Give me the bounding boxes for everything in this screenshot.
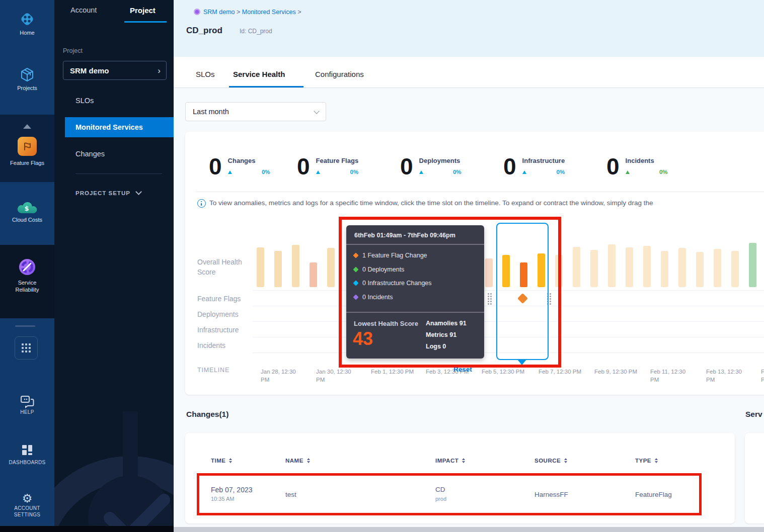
- stat-value: 0: [297, 154, 310, 179]
- project-setup-toggle[interactable]: PROJECT SETUP: [75, 190, 141, 196]
- stat-detail: Infrastructure0%: [522, 154, 565, 179]
- sidebar-item-cloud-costs[interactable]: $ Cloud Costs: [0, 199, 54, 223]
- time-range-value: Last month: [193, 108, 229, 116]
- nav-tab-project[interactable]: Project: [130, 6, 156, 15]
- health-score-bar[interactable]: [608, 244, 616, 287]
- stat-value: 0: [606, 154, 620, 179]
- sort-icon[interactable]: [307, 458, 310, 463]
- nav-item-monitored-services[interactable]: Monitored Services: [65, 117, 174, 137]
- sidebar-item-feature-flags[interactable]: Feature Flags: [0, 137, 54, 166]
- breadcrumb-separator: >: [237, 9, 242, 16]
- timeline-axis-label: Feb 13, 12:30PM: [706, 368, 742, 384]
- sidebar-item-home[interactable]: Home: [0, 9, 54, 36]
- breadcrumb-project-link[interactable]: SRM demo: [203, 9, 235, 16]
- health-score-bar[interactable]: [590, 250, 598, 287]
- project-selector[interactable]: SRM demo ›: [63, 61, 167, 80]
- nav-item-slos[interactable]: SLOs: [75, 97, 94, 105]
- stat-delta-value: 0%: [350, 169, 359, 175]
- info-icon: [197, 199, 206, 208]
- tab-service-health[interactable]: Service Health: [233, 70, 285, 78]
- stat-label: Changes: [228, 157, 270, 164]
- tab-slos[interactable]: SLOs: [196, 70, 215, 78]
- breadcrumb-separator: >: [297, 9, 301, 16]
- column-header-source[interactable]: SOURCE: [534, 458, 567, 464]
- annotation-box-timeline: [339, 217, 561, 368]
- apps-grid-button[interactable]: [15, 336, 38, 360]
- health-score-bar[interactable]: [310, 262, 317, 287]
- time-range-select[interactable]: Last month: [185, 102, 326, 121]
- scroll-up-icon[interactable]: [23, 124, 31, 129]
- timeline-axis-label: Feb 11, 12:30PM: [650, 368, 685, 384]
- stat-delta: 0%: [316, 169, 359, 175]
- sidebar-item-account-settings[interactable]: ⚙ ACCOUNT SETTINGS: [0, 492, 54, 518]
- health-score-bar[interactable]: [714, 249, 721, 287]
- sidebar-label-feature-flags: Feature Flags: [0, 159, 54, 166]
- dashboards-icon: [0, 444, 54, 457]
- column-header-type[interactable]: TYPE: [635, 458, 658, 464]
- health-score-bar[interactable]: [749, 243, 756, 287]
- nav-divider: [75, 173, 162, 174]
- health-score-bar[interactable]: [257, 247, 264, 287]
- sort-icon[interactable]: [462, 458, 465, 463]
- sidebar-label-service: Service: [0, 279, 54, 286]
- stat-label: Deployments: [419, 157, 462, 164]
- feature-flags-icon: [18, 137, 37, 156]
- column-header-time[interactable]: TIME: [211, 458, 232, 464]
- chart-row-label: Deployments: [197, 309, 239, 319]
- health-score-bar[interactable]: [274, 251, 282, 287]
- stat-label: Infrastructure: [522, 157, 565, 164]
- module-sidebar: Home Projects Feature Flags: [0, 0, 54, 532]
- page-title: CD_prod: [186, 26, 222, 36]
- nav-tab-underline: [124, 21, 167, 23]
- stat-delta-value: 0%: [453, 169, 462, 175]
- sort-icon[interactable]: [655, 458, 658, 463]
- right-card-partial: [745, 433, 764, 523]
- sidebar-item-help[interactable]: HELP: [0, 395, 54, 415]
- stat-delta: 0%: [228, 169, 270, 175]
- sort-icon[interactable]: [229, 458, 232, 463]
- service-reliability-icon: [0, 256, 54, 278]
- stats-divider: [195, 192, 764, 192]
- sidebar-label-settings: SETTINGS: [0, 511, 54, 518]
- apps-grid-icon: [22, 343, 31, 352]
- stat-infrastructure: 0Infrastructure0%: [503, 154, 565, 179]
- sidebar-item-projects[interactable]: Projects: [0, 65, 54, 92]
- nav-item-changes[interactable]: Changes: [75, 150, 105, 158]
- sidebar-item-service-reliability[interactable]: Service Reliability: [0, 256, 54, 293]
- chevron-right-icon: ›: [158, 66, 161, 75]
- health-score-bar[interactable]: [573, 247, 580, 287]
- sidebar-label-dashboards: DASHBOARDS: [0, 459, 54, 466]
- sort-icon[interactable]: [564, 458, 567, 463]
- nav-tab-account[interactable]: Account: [70, 6, 97, 14]
- project-avatar-icon: [194, 9, 200, 15]
- stat-delta: 0%: [419, 169, 462, 175]
- column-header-name[interactable]: NAME: [285, 458, 310, 464]
- trend-up-icon: [419, 170, 423, 174]
- timeline-axis-label: Jan 28, 12:30PM: [261, 368, 296, 384]
- tab-configurations[interactable]: Configurations: [315, 70, 364, 78]
- trend-up-icon: [626, 170, 630, 174]
- horizontal-scrollbar[interactable]: [174, 527, 764, 532]
- stat-changes: 0Changes0%: [209, 154, 270, 179]
- stat-value: 0: [400, 154, 413, 179]
- column-header-impact[interactable]: IMPACT: [435, 458, 465, 464]
- project-nav-panel: Account Project Project SRM demo › SLOs …: [54, 0, 174, 532]
- breadcrumb-services-link[interactable]: Monitored Services: [242, 9, 296, 16]
- health-score-bar[interactable]: [292, 245, 299, 287]
- health-score-bar[interactable]: [678, 248, 686, 287]
- health-score-bar[interactable]: [661, 251, 668, 287]
- health-score-bar[interactable]: [696, 252, 704, 287]
- health-score-bar[interactable]: [731, 251, 739, 287]
- health-score-bar[interactable]: [643, 246, 651, 287]
- health-score-bar[interactable]: [626, 247, 633, 287]
- sidebar-item-dashboards[interactable]: DASHBOARDS: [0, 444, 54, 466]
- annotation-box-table-row: [197, 473, 702, 515]
- chart-row-label: Overall HealthScore: [197, 257, 242, 277]
- sidebar-bottom-strip: [0, 526, 174, 532]
- stat-detail: Changes0%: [228, 154, 270, 179]
- stat-label: Incidents: [626, 157, 668, 164]
- stat-delta: 0%: [522, 169, 565, 175]
- project-name: SRM demo: [70, 66, 109, 75]
- health-score-bar[interactable]: [327, 248, 335, 287]
- chevron-down-icon: [135, 189, 142, 195]
